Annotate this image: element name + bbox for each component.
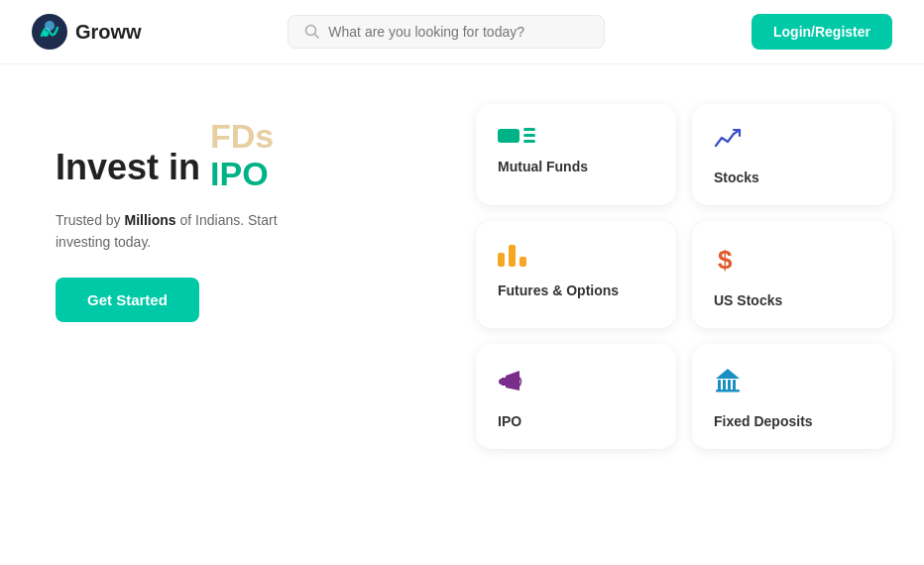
card-fixed-deposits-label: Fixed Deposits [714,413,870,429]
futures-icon [498,245,654,267]
card-us-stocks-label: US Stocks [714,292,870,308]
card-fixed-deposits[interactable]: Fixed Deposits [692,344,892,449]
word-ipo: IPO [210,154,269,194]
tagline: Trusted by Millions of Indians. Start in… [56,209,313,254]
svg-rect-8 [718,380,721,390]
svg-marker-12 [716,369,740,379]
card-futures-label: Futures & Options [498,282,654,298]
search-icon [304,24,320,40]
card-futures-options[interactable]: Futures & Options [476,221,676,328]
hero-section: Invest in FDs IPO Trusted by Millions of… [56,104,456,449]
svg-line-4 [315,35,319,39]
main-content: Invest in FDs IPO Trusted by Millions of… [0,64,924,469]
svg-rect-7 [716,390,740,393]
svg-point-1 [45,21,55,31]
svg-rect-10 [728,380,731,390]
us-stocks-icon: $ [714,245,870,277]
stocks-icon [714,128,870,154]
groww-logo-icon [32,14,67,50]
get-started-button[interactable]: Get Started [56,278,199,322]
word-fds: FDs [210,116,274,157]
card-mutual-funds[interactable]: Mutual Funds [476,104,676,205]
search-bar[interactable] [288,15,605,49]
svg-point-6 [499,379,505,385]
svg-rect-11 [733,380,736,390]
card-us-stocks[interactable]: $ US Stocks [692,221,892,328]
svg-point-2 [43,31,49,37]
tagline-part1: Trusted by [56,212,125,228]
card-ipo-label: IPO [498,413,654,429]
hero-headline: Invest in FDs IPO [56,144,456,191]
svg-text:$: $ [718,245,733,273]
login-register-button[interactable]: Login/Register [751,14,892,50]
card-mutual-funds-label: Mutual Funds [498,159,654,174]
tagline-bold: Millions [125,212,176,228]
card-stocks[interactable]: Stocks [692,104,892,205]
logo: Groww [32,14,142,50]
invest-prefix: Invest in [56,146,200,188]
card-ipo[interactable]: IPO [476,344,676,449]
logo-text: Groww [75,21,142,44]
search-input[interactable] [328,24,588,40]
header: Groww Login/Register [0,0,924,64]
mutual-funds-icon [498,128,654,143]
ipo-icon [498,368,654,397]
svg-rect-9 [723,380,726,390]
fixed-deposits-icon [714,368,870,397]
investment-cards-grid: Mutual Funds Stocks Futures & Options [476,104,892,449]
card-stocks-label: Stocks [714,170,870,185]
